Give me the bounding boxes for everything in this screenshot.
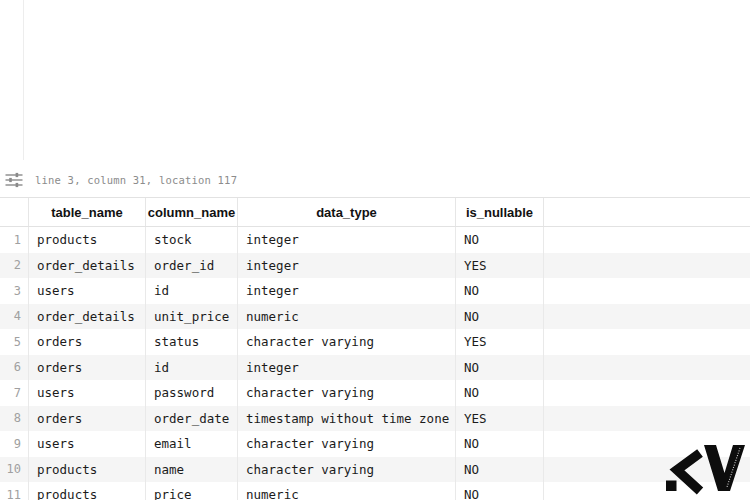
cell-data_type[interactable]: integer [238,253,456,279]
cell-is_nullable[interactable]: NO [456,457,544,483]
cell-table_name[interactable]: orders [29,355,146,381]
cell-table_name[interactable]: products [29,457,146,483]
row-number: 8 [0,406,29,432]
cell-table_name[interactable]: products [29,482,146,500]
cell-is_nullable[interactable]: NO [456,304,544,330]
row-number: 5 [0,329,29,355]
results-table: table_namecolumn_namedata_typeis_nullabl… [0,197,750,500]
cell-column_name[interactable]: name [146,457,238,483]
table-row[interactable]: 5ordersstatuscharacter varyingYES [0,329,750,355]
cell-column_name[interactable]: id [146,355,238,381]
cell-is_nullable[interactable]: NO [456,431,544,457]
row-filler-cell [544,253,750,279]
table-row[interactable]: 8ordersorder_datetimestamp without time … [0,406,750,432]
table-row[interactable]: 9usersemailcharacter varyingNO [0,431,750,457]
table-row[interactable]: 4order_detailsunit_pricenumericNO [0,304,750,330]
cell-table_name[interactable]: users [29,431,146,457]
row-number: 2 [0,253,29,279]
cell-is_nullable[interactable]: YES [456,253,544,279]
column-header-is_nullable[interactable]: is_nullable [456,198,544,226]
row-filler-cell [544,431,750,457]
row-filler-cell [544,380,750,406]
row-number: 10 [0,457,29,483]
cell-table_name[interactable]: order_details [29,304,146,330]
row-number: 4 [0,304,29,330]
status-bar: line 3, column 31, location 117 [4,167,237,193]
cell-table_name[interactable]: orders [29,406,146,432]
table-header-row: table_namecolumn_namedata_typeis_nullabl… [0,197,750,227]
cell-is_nullable[interactable]: NO [456,482,544,500]
cell-data_type[interactable]: timestamp without time zone [238,406,456,432]
cell-data_type[interactable]: integer [238,278,456,304]
cell-column_name[interactable]: status [146,329,238,355]
table-body: 1productsstockintegerNO2order_detailsord… [0,227,750,500]
cursor-position-status: line 3, column 31, location 117 [35,174,237,186]
header-filler-cell [544,198,750,226]
table-row[interactable]: 7userspasswordcharacter varyingNO [0,380,750,406]
column-header-data_type[interactable]: data_type [238,198,456,226]
left-guide-line [23,0,24,160]
row-number: 11 [0,482,29,500]
table-row[interactable]: 6ordersidintegerNO [0,355,750,381]
app-window: line 3, column 31, location 117 table_na… [0,0,750,500]
row-filler-cell [544,278,750,304]
cell-data_type[interactable]: numeric [238,304,456,330]
cell-is_nullable[interactable]: NO [456,355,544,381]
cell-table_name[interactable]: order_details [29,253,146,279]
cell-data_type[interactable]: character varying [238,380,456,406]
row-number: 7 [0,380,29,406]
cell-column_name[interactable]: order_id [146,253,238,279]
cell-table_name[interactable]: users [29,380,146,406]
cell-data_type[interactable]: integer [238,355,456,381]
cell-is_nullable[interactable]: YES [456,329,544,355]
cell-is_nullable[interactable]: NO [456,278,544,304]
cell-column_name[interactable]: order_date [146,406,238,432]
row-filler-cell [544,482,750,500]
row-filler-cell [544,304,750,330]
row-number: 1 [0,227,29,253]
cell-column_name[interactable]: unit_price [146,304,238,330]
cell-column_name[interactable]: email [146,431,238,457]
row-filler-cell [544,406,750,432]
row-number: 6 [0,355,29,381]
cell-data_type[interactable]: integer [238,227,456,253]
row-filler-cell [544,355,750,381]
cell-table_name[interactable]: orders [29,329,146,355]
cell-column_name[interactable]: price [146,482,238,500]
row-filler-cell [544,457,750,483]
cell-column_name[interactable]: id [146,278,238,304]
cell-column_name[interactable]: password [146,380,238,406]
table-row[interactable]: 10productsnamecharacter varyingNO [0,457,750,483]
row-number: 9 [0,431,29,457]
row-number: 3 [0,278,29,304]
cell-is_nullable[interactable]: NO [456,227,544,253]
table-row[interactable]: 2order_detailsorder_idintegerYES [0,253,750,279]
cell-column_name[interactable]: stock [146,227,238,253]
row-filler-cell [544,227,750,253]
sliders-icon[interactable] [4,170,24,190]
cell-data_type[interactable]: character varying [238,457,456,483]
column-header-table_name[interactable]: table_name [29,198,146,226]
header-gutter-cell [0,198,29,226]
column-header-column_name[interactable]: column_name [146,198,238,226]
cell-is_nullable[interactable]: NO [456,380,544,406]
table-row[interactable]: 3usersidintegerNO [0,278,750,304]
cell-is_nullable[interactable]: YES [456,406,544,432]
table-row[interactable]: 1productsstockintegerNO [0,227,750,253]
cell-table_name[interactable]: products [29,227,146,253]
cell-data_type[interactable]: character varying [238,329,456,355]
row-filler-cell [544,329,750,355]
cell-data_type[interactable]: numeric [238,482,456,500]
cell-data_type[interactable]: character varying [238,431,456,457]
cell-table_name[interactable]: users [29,278,146,304]
table-row[interactable]: 11productspricenumericNO [0,482,750,500]
